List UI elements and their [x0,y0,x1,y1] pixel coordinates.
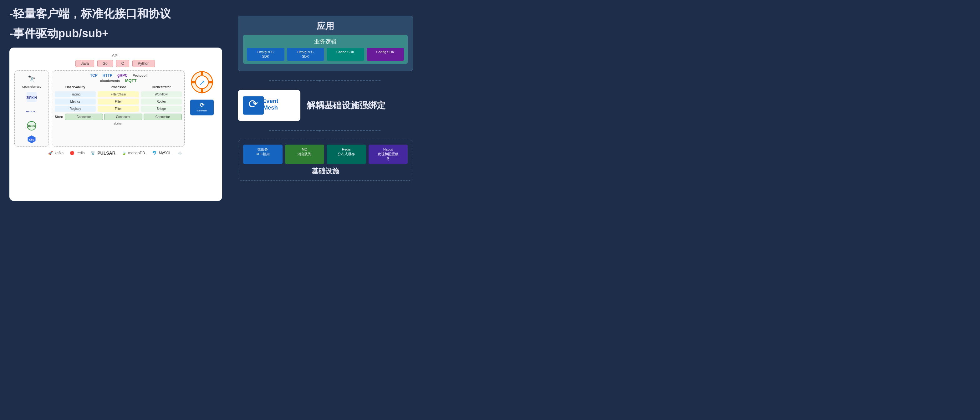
eventmesh-section: ⟳ Event Mesh 解耦基础设施强绑定 [238,90,480,121]
protocol-grpc: gRPC [117,73,128,78]
orch-workflow: Workflow [141,91,182,97]
eventmesh-brand-icon: ⟳ EventMesh [190,99,214,117]
connector2: Connector [104,114,142,120]
connector1: Connector [65,114,103,120]
orchestrator-column: Orchestrator Workflow Router Bridge [141,86,182,112]
api-java: Java [75,60,94,67]
sdk-row: Http/gRPCSDK Http/gRPCSDK Cache SDK Conf… [247,48,404,61]
obs-tracing: Tracing [55,91,96,97]
logic-title: 业务逻辑 [247,38,404,45]
svg-text:Mesh: Mesh [263,104,278,110]
processor-header: Processor [98,86,138,89]
svg-text:⚙etcd: ⚙etcd [27,124,36,128]
sdk-http-grpc-1: Http/gRPCSDK [247,48,285,61]
em-tagline: 解耦基础设施强绑定 [307,100,480,111]
infra-card-nacos: Nacos发现和配置服务 [369,145,408,164]
mongodb-label: mongoDB. [128,151,146,155]
proc-filter1: Filter [98,99,138,105]
sdk-cache: Cache SDK [327,48,364,61]
observability-column: Observability Tracing Metrics Registry [55,86,96,112]
logo-nacos: NACOS. [26,106,37,117]
connecting-arrows2: ▼ [238,127,413,134]
architecture-diagram: API Java Go C Python 🔭 OpenTelemetry [10,48,222,201]
sdk-http-grpc-2: Http/gRPCSDK [287,48,325,61]
orchestrator-header: Orchestrator [141,86,182,89]
logic-box: 业务逻辑 Http/gRPCSDK Http/gRPCSDK Cache SDK… [243,35,408,64]
svg-text:▼: ▼ [318,79,321,83]
infrastructure-box: 微服务RPC框架 MQ消息队列 Redis分布式缓存 Nacos发现和配置服务 … [238,140,413,181]
headline1: -轻量客户端，标准化接口和协议 [10,6,228,22]
kafka-icon: 🚀 [48,151,53,155]
protocol-cloudevents: cloudevents [100,79,120,83]
connecting-arrows: ▼ [238,77,413,84]
infra-pulsar: 📡 PULSAR [91,151,115,156]
infra-redis: 🔴 redis [70,151,84,155]
mongodb-icon: 🍃 [122,151,126,155]
cloud-icon: ☁️ [177,151,182,155]
svg-text:K8s: K8s [29,138,34,141]
infra-card-rpc: 微服务RPC框架 [243,145,283,164]
orch-router: Router [141,99,182,105]
api-label: API [14,53,216,58]
svg-text:ZIPKIN: ZIPKIN [27,96,37,100]
svg-text:EventMesh: EventMesh [197,110,207,112]
infra-title: 基础设施 [243,167,408,176]
sdk-config: Config SDK [367,48,404,61]
app-box: 应用 业务逻辑 Http/gRPCSDK Http/gRPCSDK Cache … [238,16,413,71]
orch-bridge: Bridge [141,106,182,112]
svg-rect-9 [200,89,203,93]
kubernetes-icon-area: K8s [27,135,36,144]
etcd-icon: ⚙etcd [26,120,37,132]
api-go: Go [97,60,113,67]
protocol-tcp: TCP [90,73,98,78]
store-label: Store [55,115,63,119]
redis-label: redis [76,151,84,155]
svg-text:Event: Event [262,97,278,104]
right-section: 应用 业务逻辑 Http/gRPCSDK Http/gRPCSDK Cache … [238,6,480,181]
right-logos-area: ↗ ⟳ EventMesh [188,70,216,147]
page-root: -轻量客户端，标准化接口和协议 -事件驱动pub/sub+ API Java G… [0,0,490,207]
api-python: Python [132,60,154,67]
logo-etcd: ⚙etcd [26,120,37,132]
store-connectors-row: Store Connector Connector Connector [55,114,182,120]
proc-filter2: Filter [98,106,138,112]
infra-items-row: 微服务RPC框架 MQ消息队列 Redis分布式缓存 Nacos发现和配置服务 [243,145,408,164]
svg-rect-10 [191,81,195,84]
svg-text:⟳: ⟳ [200,102,205,108]
logos-panel-left: 🔭 OpenTelemetry ZIPKIN [14,70,49,147]
three-columns: Observability Tracing Metrics Registry P… [55,86,182,112]
svg-text:⟳: ⟳ [248,98,258,110]
headline2: -事件驱动pub/sub+ [10,26,228,41]
infra-card-mq: MQ消息队列 [285,145,325,164]
protocols-row: TCP HTTP gRPC Protocol [55,73,182,78]
pulsar-icon: 📡 [91,151,95,155]
eventmesh-logo-box: ⟳ Event Mesh [238,90,301,121]
svg-rect-8 [200,71,203,75]
logo-zipkin: ZIPKIN [26,91,37,103]
infra-kafka: 🚀 kafka [48,151,64,155]
eventmesh-logo-svg: ⟳ Event Mesh [243,93,295,118]
svg-text:↗: ↗ [199,78,205,87]
infra-mongodb: 🍃 mongoDB. [122,151,146,155]
docker-label: docker [55,122,182,125]
protocol-http: HTTP [103,73,112,78]
infra-mysql: 🐬 MySQL [152,151,171,155]
app-title: 应用 [243,20,408,32]
center-architecture: TCP HTTP gRPC Protocol cloudevents MQTT … [52,70,185,147]
opentelemetry-icon: 🔭 [26,73,37,84]
protocol-mqtt: MQTT [125,78,137,83]
logo-opentelemetry: 🔭 OpenTelemetry [22,73,41,88]
protocol-label: Protocol [133,73,147,77]
pulsar-label: PULSAR [97,151,115,156]
svg-text:NACOS.: NACOS. [26,110,36,113]
infra-bottom-row: 🚀 kafka 🔴 redis 📡 PULSAR 🍃 mongoDB. 🐬 [14,151,216,156]
api-buttons-row: Java Go C Python [14,60,216,67]
proc-filterchain: FilterChain [98,91,138,97]
mysql-icon: 🐬 [152,151,157,155]
api-c: C [116,60,130,67]
svg-rect-11 [209,81,213,84]
opentelemetry-label: OpenTelemetry [22,85,41,88]
infra-cloud: ☁️ [177,151,182,155]
connector3: Connector [144,114,182,120]
nacos-icon: NACOS. [26,106,37,117]
